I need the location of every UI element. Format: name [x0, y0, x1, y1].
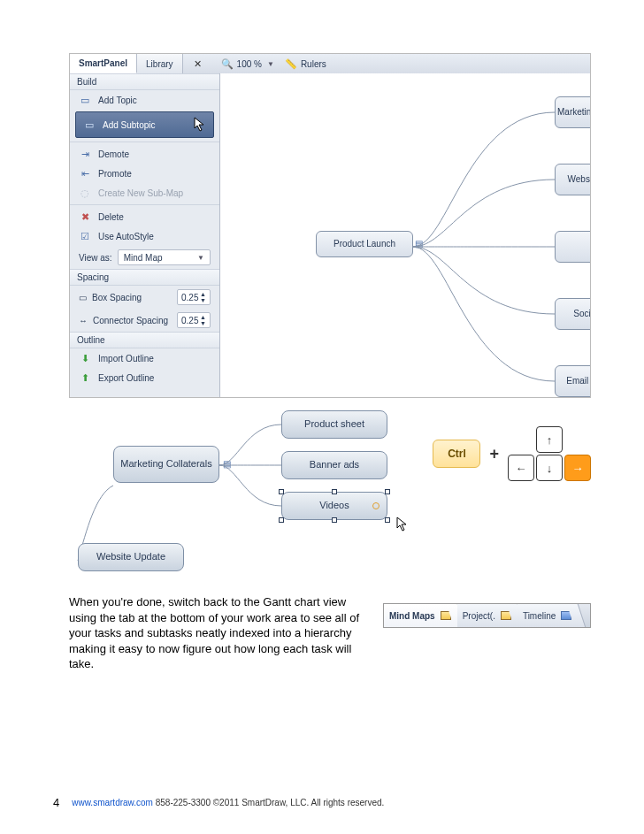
add-topic-label: Add Topic [98, 96, 137, 105]
view-as-label: View as: [79, 253, 112, 263]
connector-lines [413, 105, 564, 388]
mindmap-child-node[interactable]: Email Campaign [555, 365, 591, 397]
node-child[interactable]: Product sheet [281, 410, 387, 439]
import-outline-button[interactable]: ⬇ Import Outline [70, 348, 219, 368]
selection-handle[interactable] [279, 517, 284, 523]
subtopic-icon: ▭ [83, 119, 96, 130]
mindmap-child-node[interactable]: Social Media [555, 298, 591, 330]
demote-button[interactable]: ⇥ Demote [70, 144, 219, 164]
page-number: 4 [53, 796, 59, 809]
screenshot-app-window: SmartPanel Library ✕ 🔍 100 % ▼ 📏 Rulers … [69, 53, 591, 398]
delete-button[interactable]: ✖ Delete [70, 207, 219, 226]
footer-link[interactable]: www.smartdraw.com [72, 798, 153, 807]
arrow-up-key: ↑ [536, 426, 563, 453]
view-tabstrip: Mind Maps Project(. Timeline [383, 603, 591, 628]
group-spacing: Spacing [70, 269, 219, 286]
export-outline-label: Export Outline [98, 373, 154, 383]
import-icon: ⬇ [79, 353, 91, 363]
tab-library[interactable]: Library [137, 54, 183, 73]
add-topic-button[interactable]: ▭ Add Topic [70, 90, 219, 110]
mindmap-child-node[interactable]: Marketing Collaterals [555, 96, 591, 128]
selection-handle[interactable] [332, 517, 337, 523]
selection-handle[interactable] [385, 517, 390, 523]
node-label: Product sheet [304, 418, 364, 430]
node-label: Marketing Collaterals [120, 458, 211, 470]
mindmap-root-node[interactable]: Product Launch ▤ [316, 231, 413, 257]
keyboard-hint: Ctrl + ↑ ← ↓ → [433, 426, 591, 481]
selection-handle[interactable] [332, 489, 337, 494]
body-paragraph: When you're done, switch back to the Gan… [69, 594, 374, 672]
node-label: Product Launch [334, 239, 395, 249]
tab-timeline[interactable]: Timeline [518, 604, 578, 627]
rulers-icon[interactable]: 📏 [285, 57, 297, 70]
add-subtopic-button[interactable]: ▭ Add Subtopic [75, 111, 214, 138]
mindmap-child-node[interactable]: PR [555, 231, 591, 263]
tab-label: Mind Maps [389, 611, 435, 621]
mindmap-canvas[interactable]: Product Launch ▤ Marketing Collaterals W… [220, 73, 590, 397]
close-icon[interactable]: ✕ [188, 58, 207, 70]
cursor-icon [396, 516, 409, 534]
node-label: Videos [319, 500, 349, 511]
connector-spacing-row: ↔ Connector Spacing 0.25 ▲▼ [70, 309, 219, 332]
view-as-select[interactable]: Mind Map ▼ [118, 249, 211, 265]
tab-smartpanel[interactable]: SmartPanel [70, 54, 137, 73]
box-spacing-icon: ▭ [79, 293, 87, 302]
panel-tabbar: SmartPanel Library ✕ 🔍 100 % ▼ 📏 Rulers [70, 54, 590, 73]
tab-mindmaps[interactable]: Mind Maps [384, 604, 457, 627]
view-as-row: View as: Mind Map ▼ [70, 246, 219, 269]
chevron-down-icon: ▼ [197, 254, 204, 262]
connector-spacing-icon: ↔ [79, 316, 88, 325]
zoom-dropdown-icon[interactable]: ▼ [267, 60, 274, 68]
swatch-icon [501, 611, 511, 620]
zoom-value[interactable]: 100 % [237, 59, 262, 69]
screenshot-subtopics: Marketing Collaterals ▤ Product sheet Ba… [69, 410, 591, 570]
export-outline-button[interactable]: ⬆ Export Outline [70, 368, 219, 387]
stepper-icon: ▲▼ [200, 314, 206, 326]
add-handle-icon[interactable] [372, 502, 380, 509]
swatch-icon [561, 611, 571, 620]
ctrl-key: Ctrl [433, 440, 480, 468]
autostyle-label: Use AutoStyle [98, 232, 154, 241]
create-submap-label: Create New Sub-Map [98, 188, 183, 198]
create-submap-button: ◌ Create New Sub-Map [70, 183, 219, 203]
cursor-icon [194, 117, 206, 133]
promote-label: Promote [98, 169, 132, 179]
selection-handle[interactable] [279, 489, 284, 494]
promote-icon: ⇤ [79, 168, 91, 179]
node-label: Marketing Collaterals [557, 107, 591, 118]
node-label: Website Update [568, 174, 591, 185]
node-label: Website Update [96, 551, 165, 562]
node-marketing[interactable]: Marketing Collaterals ▤ [113, 446, 219, 483]
submap-icon: ◌ [79, 187, 91, 198]
zoom-icon[interactable]: 🔍 [221, 57, 234, 70]
node-child[interactable]: Banner ads [281, 451, 387, 479]
node-website[interactable]: Website Update [78, 543, 184, 571]
group-build: Build [70, 73, 219, 90]
selection-handle[interactable] [385, 489, 390, 494]
box-spacing-value: 0.25 [181, 293, 198, 302]
autostyle-toggle[interactable]: ☑ Use AutoStyle [70, 226, 219, 246]
stepper-icon: ▲▼ [200, 291, 206, 303]
view-as-value: Mind Map [124, 253, 163, 263]
node-selected[interactable]: Videos [281, 492, 387, 520]
node-label: Email Campaign [566, 376, 591, 386]
footer-text: 858-225-3300 ©2011 SmartDraw, LLC. All r… [153, 798, 384, 807]
rulers-label[interactable]: Rulers [301, 59, 326, 69]
promote-button[interactable]: ⇤ Promote [70, 164, 219, 183]
arrow-right-key: → [564, 455, 591, 481]
connector-spacing-value: 0.25 [181, 316, 198, 325]
box-spacing-label: Box Spacing [92, 293, 142, 302]
swatch-icon [441, 611, 451, 620]
box-spacing-row: ▭ Box Spacing 0.25 ▲▼ [70, 286, 219, 309]
import-outline-label: Import Outline [98, 354, 154, 363]
mindmap-child-node[interactable]: Website Update [555, 164, 591, 195]
smartpanel: Build ▭ Add Topic ▭ Add Subtopic ⇥ Demot… [70, 73, 220, 397]
box-spacing-stepper[interactable]: 0.25 ▲▼ [177, 289, 211, 305]
connector-spacing-stepper[interactable]: 0.25 ▲▼ [177, 312, 211, 328]
canvas-toolbar: 🔍 100 % ▼ 📏 Rulers [221, 57, 326, 70]
topic-icon: ▭ [79, 95, 91, 105]
tab-project[interactable]: Project(. [457, 604, 518, 627]
group-outline: Outline [70, 332, 219, 348]
node-label: Banner ads [310, 459, 359, 471]
demote-label: Demote [98, 149, 129, 159]
